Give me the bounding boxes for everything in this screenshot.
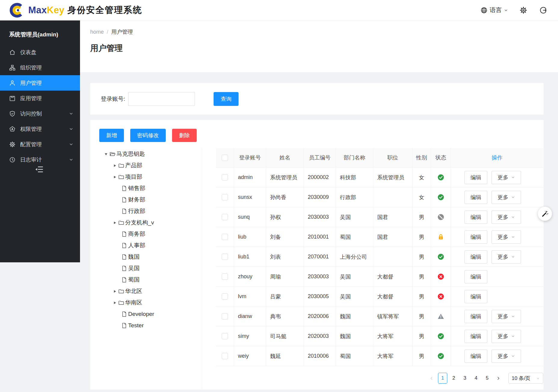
tree-item[interactable]: 财务部 [90,194,202,205]
page-button-3[interactable]: 3 [460,373,470,384]
edit-button[interactable]: 编辑 [464,350,487,363]
file-icon [121,323,127,329]
tree-item[interactable]: Developer [90,308,202,320]
magic-wand-icon [541,210,549,218]
tree-item[interactable]: 项目部 [90,171,202,183]
delete-button[interactable]: 删除 [172,129,197,142]
edit-button[interactable]: 编辑 [464,250,487,264]
collapse-sidebar-button[interactable] [34,164,44,174]
row-checkbox[interactable] [222,293,228,300]
page-button-2[interactable]: 2 [449,373,458,384]
row-checkbox[interactable] [222,313,228,319]
edit-button[interactable]: 编辑 [464,211,487,224]
cell-gender: 男 [412,346,431,366]
cell-department: 吴国 [336,267,373,286]
tree-item[interactable]: 分支机构_v [90,217,202,228]
edit-button[interactable]: 编辑 [464,191,487,204]
edit-button[interactable]: 编辑 [464,310,487,323]
table-area: 登录账号姓名员工编号部门名称职位性别状态操作 admin系统管理员2000002… [216,148,543,390]
more-button[interactable]: 更多 [492,230,521,244]
edit-button[interactable]: 编辑 [464,171,487,184]
settings-button[interactable] [519,6,528,15]
sidebar-item-org[interactable]: 组织管理 [0,60,80,75]
tree-item[interactable]: 蜀国 [90,274,202,286]
sidebar-item-config[interactable]: 配置管理 [0,137,80,152]
users-panel: 新增 密码修改 删除 马克思钥匙产品部项目部销售部财务部行政部分支机构_v商务部… [90,120,544,390]
more-button[interactable]: 更多 [492,171,521,184]
next-page-button[interactable] [494,373,503,384]
tree-item[interactable]: 马克思钥匙 [90,148,202,160]
tree-item[interactable]: 行政部 [90,205,202,217]
sidebar-item-label: 配置管理 [20,141,42,148]
more-button[interactable]: 更多 [492,350,521,363]
page-button-1[interactable]: 1 [438,373,447,384]
sidebar-item-access[interactable]: 访问控制 [0,106,80,121]
table-row: zhouy周瑜2030003吴国大都督男编辑 [216,267,543,287]
folder-icon [118,174,124,180]
caret-down-icon[interactable] [104,152,108,156]
tree-item-label: Developer [128,311,154,317]
tree-item[interactable]: 华北区 [90,286,202,297]
logout-button[interactable] [539,6,548,15]
caret-right-icon[interactable] [113,164,117,167]
tree-item[interactable]: 销售部 [90,183,202,194]
row-checkbox-cell [216,326,234,346]
add-button[interactable]: 新增 [99,129,124,142]
change-password-button[interactable]: 密码修改 [130,129,166,142]
sidebar-item-perms[interactable]: 权限管理 [0,121,80,137]
select-all-checkbox[interactable] [222,155,228,161]
row-checkbox[interactable] [222,273,228,280]
file-icon [121,208,127,214]
edit-button[interactable]: 编辑 [464,290,487,303]
cell-gender: 男 [412,307,431,326]
tree-item[interactable]: Tester [90,320,202,331]
tree-item[interactable]: 商务部 [90,228,202,240]
query-button[interactable]: 查询 [214,92,239,106]
row-checkbox[interactable] [222,254,228,260]
edit-button[interactable]: 编辑 [464,330,487,343]
org-icon [9,64,16,71]
caret-right-icon[interactable] [113,175,117,179]
magic-wand-floating-button[interactable] [538,207,552,221]
more-button[interactable]: 更多 [492,330,521,343]
row-checkbox[interactable] [222,234,228,240]
tree-item[interactable]: 产品部 [90,160,202,171]
tree-item[interactable]: 吴国 [90,263,202,274]
page-size-select[interactable]: 10 条/页 [508,373,543,384]
edit-button[interactable]: 编辑 [464,270,487,283]
table-row: lvm吕蒙2030005吴国大都督男编辑 [216,287,543,307]
action-button-label: 更多 [498,194,508,201]
caret-right-icon[interactable] [113,301,117,304]
gear-icon [9,141,16,148]
language-menu[interactable]: 语言 [480,6,508,14]
prev-page-button[interactable] [427,373,436,384]
action-button-label: 更多 [498,233,508,241]
caret-right-icon[interactable] [113,289,117,293]
more-button[interactable]: 更多 [492,191,521,204]
row-checkbox[interactable] [222,194,228,200]
sidebar-item-label: 用户管理 [20,79,42,87]
tree-item[interactable]: 人事部 [90,240,202,251]
more-button[interactable]: 更多 [492,211,521,224]
row-checkbox[interactable] [222,353,228,359]
row-checkbox[interactable] [222,333,228,339]
page-button-5[interactable]: 5 [482,373,492,384]
clock-icon [9,156,16,163]
login-account-input[interactable] [128,92,195,106]
chevron-down-icon [511,175,515,179]
sidebar-item-apps[interactable]: 应用管理 [0,91,80,106]
tree-item[interactable]: 华南区 [90,297,202,308]
row-checkbox[interactable] [222,174,228,181]
caret-right-icon[interactable] [113,221,117,224]
more-button[interactable]: 更多 [492,250,521,264]
edit-button[interactable]: 编辑 [464,230,487,244]
cell-account: sunsx [234,187,266,207]
sidebar-item-users[interactable]: 用户管理 [0,75,80,91]
row-checkbox[interactable] [222,214,228,220]
page-button-4[interactable]: 4 [471,373,481,384]
tree-item[interactable]: 魏国 [90,251,202,263]
sidebar-item-dashboard[interactable]: 仪表盘 [0,45,80,60]
breadcrumb-home-link[interactable]: home [90,29,104,35]
more-button[interactable]: 更多 [492,310,521,323]
brand-key: Key [47,5,64,16]
